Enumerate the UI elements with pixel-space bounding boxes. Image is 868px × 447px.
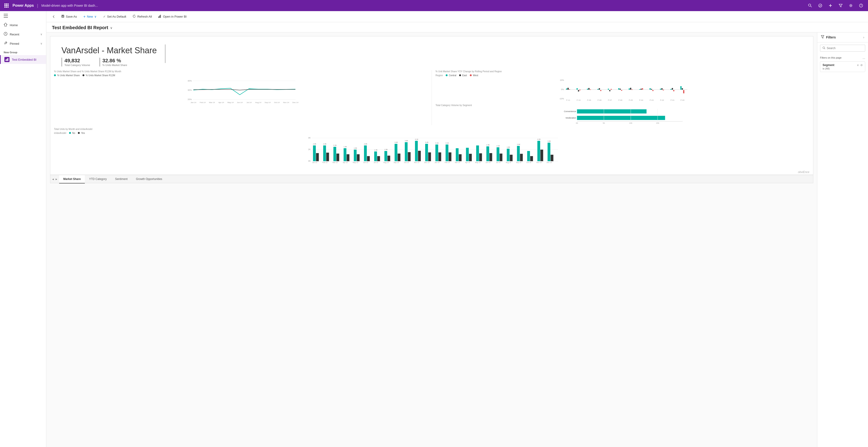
topbar-help-button[interactable]: ? (857, 1, 865, 10)
filter-card-clear-icon[interactable]: ⊘ (860, 64, 863, 67)
svg-rect-75 (631, 90, 633, 90)
svg-text:Moderation: Moderation (565, 117, 576, 119)
svg-rect-0 (4, 3, 6, 5)
svg-rect-18 (4, 14, 8, 14)
filter-card-chevron[interactable]: ∨ (857, 64, 859, 67)
svg-rect-154 (398, 153, 401, 161)
svg-text:Jul-13: Jul-13 (374, 162, 378, 163)
stat-market-share-value: 32.86 % (102, 58, 127, 64)
tab-ytd-category[interactable]: YTD Category (85, 175, 111, 183)
filters-search-box[interactable] (820, 45, 865, 51)
sidebar-hamburger[interactable] (0, 11, 46, 21)
watermark: obviEnce (50, 170, 813, 175)
new-chevron: ∨ (94, 15, 97, 18)
sidebar-item-pinned[interactable]: Pinned ∨ (0, 39, 46, 48)
svg-text:2K: 2K (308, 148, 311, 150)
svg-rect-68 (609, 90, 611, 91)
tab-market-share[interactable]: Market Share (59, 175, 85, 183)
svg-text:May-14: May-14 (475, 162, 480, 164)
svg-rect-83 (661, 88, 663, 90)
svg-text:May-13: May-13 (353, 162, 358, 164)
stat-market-share: 32.86 % % Units Market Share (99, 58, 127, 66)
svg-rect-66 (600, 90, 601, 91)
svg-rect-191 (500, 153, 502, 161)
svg-rect-65 (599, 88, 600, 90)
line-chart-legend: % Units Market Share % Units Market Shar… (54, 74, 428, 77)
svg-rect-77 (641, 89, 642, 90)
tab-sentiment[interactable]: Sentiment (111, 175, 132, 183)
svg-text:Feb-13: Feb-13 (322, 162, 327, 163)
svg-rect-199 (520, 154, 523, 161)
filters-section-menu[interactable]: ... (862, 56, 865, 60)
page-title-chevron[interactable]: ∨ (110, 26, 113, 30)
top-bar: Power Apps | Model-driven app with Power… (0, 0, 868, 11)
svg-rect-205 (537, 141, 540, 161)
svg-rect-64 (597, 89, 599, 90)
svg-rect-28 (62, 15, 63, 16)
title-separator-bar (165, 44, 166, 63)
content-area: VanArsdel - Market Share 49,832 Total Ca… (46, 32, 868, 447)
filters-search-input[interactable] (827, 46, 863, 50)
svg-text:-10%: -10% (559, 98, 564, 100)
svg-text:3.1K: 3.1K (435, 142, 439, 144)
topbar-settings-button[interactable] (847, 1, 855, 10)
svg-text:P-07: P-07 (608, 99, 612, 101)
new-button[interactable]: + New ∨ (81, 13, 99, 20)
report-stats: 49,832 Total Category Volume 32.86 % % U… (56, 58, 162, 70)
report-canvas: VanArsdel - Market Share 49,832 Total Ca… (50, 36, 813, 183)
tab-next-arrow[interactable]: ▸ (55, 176, 58, 182)
svg-rect-85 (671, 89, 672, 90)
set-default-button[interactable]: ✓ Set As Default (100, 13, 129, 20)
topbar-search-button[interactable] (806, 1, 814, 10)
svg-rect-8 (8, 7, 8, 8)
svg-rect-19 (4, 15, 8, 16)
sidebar-recent-label: Recent (10, 33, 19, 36)
svg-rect-158 (408, 152, 411, 161)
waffle-icon[interactable] (3, 2, 10, 9)
svg-rect-162 (418, 151, 421, 161)
app-title: Power Apps (12, 3, 34, 8)
legend-dot-no (69, 132, 71, 134)
tab-prev-arrow[interactable]: ◂ (51, 176, 55, 182)
svg-rect-20 (4, 17, 8, 18)
svg-rect-87 (673, 90, 675, 91)
save-as-icon (61, 14, 64, 19)
save-as-button[interactable]: Save As (58, 13, 80, 20)
sidebar-item-home[interactable]: Home (0, 21, 46, 30)
topbar-check-button[interactable] (816, 1, 825, 10)
tab-growth-opportunities[interactable]: Growth Opportunities (132, 175, 166, 183)
svg-text:Aug-14: Aug-14 (506, 162, 511, 164)
svg-rect-210 (551, 155, 554, 161)
svg-text:3.8K: 3.8K (405, 140, 408, 141)
refresh-all-button[interactable]: Refresh All (130, 13, 155, 20)
svg-text:Mar-13: Mar-13 (332, 162, 338, 163)
svg-rect-169 (435, 144, 438, 161)
filters-close-button[interactable]: › (863, 35, 864, 39)
svg-rect-165 (425, 144, 428, 161)
svg-text:Jun-14: Jun-14 (486, 162, 491, 163)
svg-rect-138 (357, 154, 360, 161)
open-in-powerbi-button[interactable]: Open in Power BI (156, 13, 189, 20)
svg-text:P-05: P-05 (629, 99, 633, 101)
sidebar-item-recent[interactable]: Recent ∨ (0, 30, 46, 39)
page-title: Test Embedded BI Report (52, 25, 108, 30)
svg-rect-62 (588, 88, 590, 90)
recent-icon (4, 32, 7, 37)
sidebar-item-test-embedded-bi[interactable]: Test Embedded BI (0, 55, 46, 64)
svg-text:Jan-14: Jan-14 (190, 101, 196, 104)
svg-text:Apr-14: Apr-14 (218, 101, 224, 104)
svg-rect-194 (507, 149, 510, 161)
sidebar-group-label: New Group (0, 48, 46, 55)
svg-rect-90 (683, 90, 684, 93)
svg-rect-29 (62, 16, 63, 18)
svg-rect-170 (438, 152, 441, 161)
legend-dot-east (459, 74, 461, 76)
svg-text:2.2K: 2.2K (333, 144, 337, 146)
topbar-filter-button[interactable] (836, 1, 845, 10)
svg-text:0%: 0% (561, 88, 564, 91)
topbar-add-button[interactable] (826, 1, 835, 10)
top-bar-actions: ? (806, 1, 865, 10)
svg-rect-177 (456, 148, 459, 161)
back-button[interactable] (50, 13, 58, 21)
svg-rect-78 (642, 88, 643, 90)
